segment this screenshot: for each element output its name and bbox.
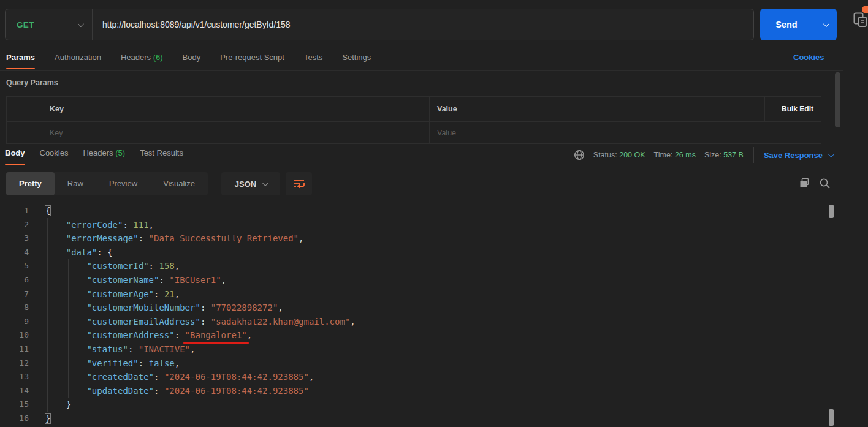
code-token: "INACTIVE" xyxy=(139,344,190,354)
view-pretty[interactable]: Pretty xyxy=(6,172,55,195)
format-dropdown[interactable]: JSON xyxy=(221,172,280,195)
tab-body[interactable]: Body xyxy=(183,53,201,66)
tab-test-results[interactable]: Test Results xyxy=(140,148,183,161)
code-token: : xyxy=(175,330,185,340)
indent-guide xyxy=(68,273,69,287)
value-input[interactable]: Value xyxy=(430,122,821,143)
code-token: "updatedDate" xyxy=(86,386,154,396)
indent-guide xyxy=(47,218,48,232)
code-token: "errorMessage" xyxy=(66,233,139,243)
code-token: "customerAddress" xyxy=(86,330,174,340)
chevron-down-icon xyxy=(828,151,834,157)
code-token: "Data Successfully Retrieved" xyxy=(149,233,299,243)
tab-authorization[interactable]: Authorization xyxy=(55,53,101,66)
code-token xyxy=(45,372,86,382)
code-line-content: "errorCode": 111, xyxy=(29,218,826,232)
cookies-link[interactable]: Cookies xyxy=(793,53,824,62)
divider xyxy=(0,167,843,167)
send-button[interactable]: Send xyxy=(760,9,813,40)
code-token: "customerMobileNumber" xyxy=(86,303,200,312)
table-header-row: Key Value Bulk Edit xyxy=(7,97,821,121)
view-preview[interactable]: Preview xyxy=(96,172,150,195)
chevron-down-icon xyxy=(78,21,84,27)
code-token xyxy=(45,344,86,354)
tab-params[interactable]: Params xyxy=(6,53,35,66)
code-line: 15 } xyxy=(0,398,826,412)
tab-response-body[interactable]: Body xyxy=(5,148,25,161)
send-split-button[interactable]: Send xyxy=(760,9,837,40)
page-scrollbar[interactable] xyxy=(829,409,834,426)
code-line-content: { xyxy=(29,204,826,218)
code-token: "IBCUser1" xyxy=(169,275,221,285)
code-token xyxy=(45,358,86,368)
key-input[interactable]: Key xyxy=(42,122,430,143)
code-line-content: "data": { xyxy=(29,246,826,260)
code-line: 6 "customerName": "IBCUser1", xyxy=(0,273,826,287)
code-line-content: "errorMessage": "Data Successfully Retri… xyxy=(29,232,826,246)
tab-response-headers[interactable]: Headers (5) xyxy=(83,148,125,161)
code-line-content: "customerName": "IBCUser1", xyxy=(29,273,826,287)
row-checkbox-cell[interactable] xyxy=(7,122,42,143)
bulk-edit-button[interactable]: Bulk Edit xyxy=(782,105,813,113)
code-token: : xyxy=(154,386,164,396)
indent-guide xyxy=(68,315,69,329)
code-lines: 1{2 "errorCode": 111,3 "errorMessage": "… xyxy=(0,197,826,426)
copy-icon[interactable] xyxy=(799,178,811,189)
code-token: "errorCode" xyxy=(66,220,123,230)
code-token: , xyxy=(149,220,154,230)
line-number: 15 xyxy=(0,398,29,412)
code-token: "77022898272" xyxy=(211,303,278,312)
line-number: 1 xyxy=(0,204,29,218)
request-url-bar[interactable]: GET http://localhost:8089/api/v1/custome… xyxy=(5,9,754,40)
method-selector[interactable]: GET xyxy=(6,9,93,40)
search-icon[interactable] xyxy=(819,178,831,189)
line-number: 6 xyxy=(0,273,29,287)
code-token xyxy=(45,233,66,243)
code-token: "2024-06-19T08:44:42.923885" xyxy=(164,386,309,396)
code-token: 21 xyxy=(164,289,175,299)
response-body-editor[interactable]: 1{2 "errorCode": 111,3 "errorMessage": "… xyxy=(0,197,826,427)
url-input[interactable]: http://localhost:8089/api/v1/customer/ge… xyxy=(93,20,291,29)
network-globe-icon[interactable] xyxy=(574,149,585,161)
code-line: 8 "customerMobileNumber": "77022898272", xyxy=(0,301,826,315)
beautify-icon xyxy=(293,178,305,189)
indent-guide xyxy=(47,232,48,246)
line-number: 14 xyxy=(0,384,29,398)
code-token xyxy=(45,289,86,299)
code-line-content: "updatedDate": "2024-06-19T08:44:42.9238… xyxy=(29,384,826,398)
save-response-button[interactable]: Save Response xyxy=(764,151,832,160)
code-token: : xyxy=(128,344,139,354)
query-params-table: Key Value Bulk Edit Key Value xyxy=(6,96,821,144)
editor-scrollbar[interactable] xyxy=(829,205,834,218)
tab-settings[interactable]: Settings xyxy=(342,53,371,66)
tab-pre-request-script[interactable]: Pre-request Script xyxy=(220,53,284,66)
tab-response-cookies[interactable]: Cookies xyxy=(40,148,69,161)
value-column-header: Value xyxy=(430,97,765,121)
tab-tests[interactable]: Tests xyxy=(304,53,322,66)
send-options-button[interactable] xyxy=(813,9,837,40)
code-line: 14 "updatedDate": "2024-06-19T08:44:42.9… xyxy=(0,384,826,398)
code-token: "customerEmailAddress" xyxy=(86,317,200,327)
indent-guide xyxy=(47,384,48,398)
tab-headers[interactable]: Headers (6) xyxy=(121,53,163,66)
indent-guide xyxy=(47,370,48,384)
code-token: "data" xyxy=(66,248,97,257)
view-raw[interactable]: Raw xyxy=(55,172,96,195)
select-all-cell[interactable] xyxy=(7,97,42,121)
indent-guide xyxy=(47,287,48,301)
line-number: 11 xyxy=(0,342,29,357)
code-token xyxy=(45,317,86,327)
size-value: 537 B xyxy=(723,151,744,159)
view-visualize[interactable]: Visualize xyxy=(150,172,208,195)
code-line: 12 "verified": false, xyxy=(0,357,826,371)
sidebar-docs-icon[interactable] xyxy=(853,12,868,31)
code-line-content: "verified": false, xyxy=(29,357,826,371)
code-token: : xyxy=(200,303,211,312)
code-token: : xyxy=(159,275,169,285)
beautify-button[interactable] xyxy=(286,172,312,195)
params-scrollbar[interactable] xyxy=(835,72,840,127)
code-token: : xyxy=(139,233,149,243)
code-token: : xyxy=(200,317,211,327)
code-line: 13 "createdDate": "2024-06-19T08:44:42.9… xyxy=(0,370,826,384)
code-token: "verified" xyxy=(86,358,138,368)
